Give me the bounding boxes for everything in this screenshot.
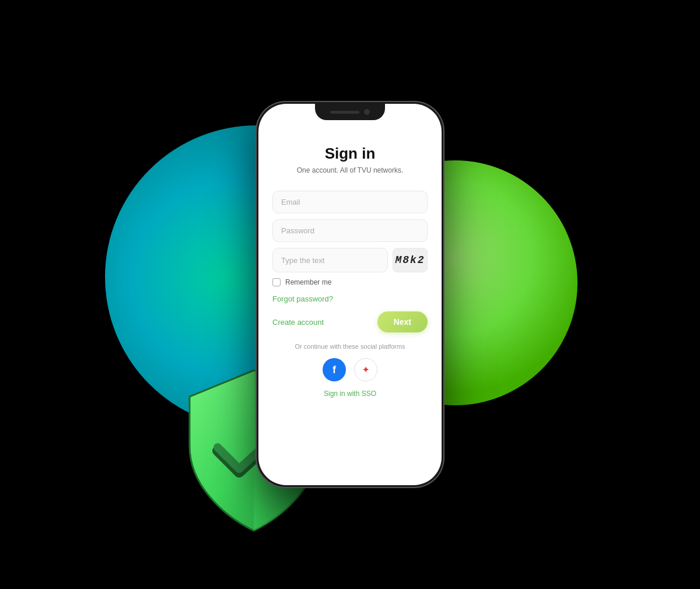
phone-screen: Sign in One account. All of TVU networks… <box>258 104 442 485</box>
sign-in-subtitle: One account. All of TVU networks. <box>297 166 404 174</box>
captcha-code: M8k2 <box>395 254 425 266</box>
facebook-button[interactable]: f <box>323 358 346 381</box>
phone-notch <box>315 104 385 120</box>
sso-button[interactable]: ✦ <box>354 358 377 381</box>
bottom-row: Create account Next <box>272 311 428 332</box>
social-divider: Or continue with these social platforms <box>272 343 428 350</box>
sign-in-title: Sign in <box>325 145 376 163</box>
captcha-image: M8k2 <box>393 248 428 272</box>
scene: Sign in One account. All of TVU networks… <box>88 32 612 557</box>
next-button[interactable]: Next <box>377 311 428 332</box>
remember-me-checkbox[interactable] <box>272 278 281 286</box>
forgot-password-link[interactable]: Forgot password? <box>272 294 428 303</box>
remember-row: Remember me <box>272 278 428 286</box>
create-account-link[interactable]: Create account <box>272 318 324 327</box>
captcha-input[interactable] <box>272 248 388 272</box>
notch-camera <box>364 109 370 115</box>
notch-speaker <box>330 111 359 114</box>
phone: Sign in One account. All of TVU networks… <box>257 102 443 487</box>
captcha-row: M8k2 <box>272 248 428 272</box>
sso-label[interactable]: Sign in with SSO <box>324 390 376 398</box>
social-buttons-row: f ✦ <box>323 358 377 381</box>
email-input[interactable] <box>272 191 428 213</box>
email-field-wrapper <box>272 191 428 213</box>
screen-content: Sign in One account. All of TVU networks… <box>258 104 442 485</box>
remember-me-label: Remember me <box>285 278 331 286</box>
password-field-wrapper <box>272 219 428 242</box>
password-input[interactable] <box>272 219 428 242</box>
